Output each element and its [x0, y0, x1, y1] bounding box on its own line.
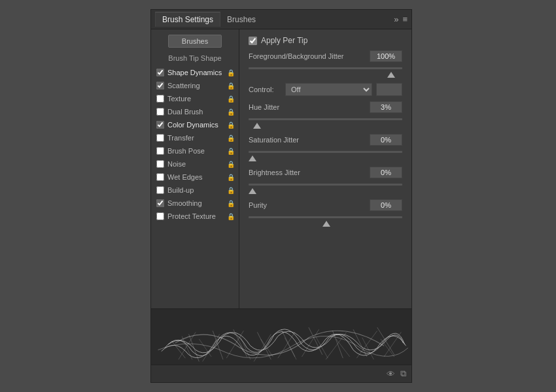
- sidebar-item-brush-pose[interactable]: Brush Pose 🔒: [151, 144, 239, 157]
- hue-slider-track: [249, 118, 402, 120]
- purity-input[interactable]: [370, 199, 402, 211]
- scattering-label: Scattering: [167, 82, 200, 90]
- expand-icon[interactable]: »: [394, 14, 398, 24]
- fg-jitter-label: Foreground/Background Jitter: [249, 52, 370, 60]
- sidebar-item-buildup[interactable]: Build-up 🔒: [151, 184, 239, 197]
- shape-dynamics-lock-icon: 🔒: [227, 69, 235, 76]
- panel-tab-bar: Brush Settings Brushes » ≡: [151, 10, 411, 29]
- panel-tab-actions: » ≡: [394, 14, 408, 24]
- purity-slider-wrapper: [249, 216, 402, 227]
- protect-texture-lock-icon: 🔒: [227, 213, 235, 220]
- fg-jitter-row: Foreground/Background Jitter: [249, 50, 402, 62]
- sidebar-item-protect-texture[interactable]: Protect Texture 🔒: [151, 210, 239, 223]
- sidebar-item-noise[interactable]: Noise 🔒: [151, 157, 239, 171]
- sat-jitter-label: Saturation Jitter: [249, 136, 370, 144]
- sidebar-item-wet-edges[interactable]: Wet Edges 🔒: [151, 171, 239, 184]
- brush-pose-label: Brush Pose: [167, 147, 205, 155]
- tab-brushes[interactable]: Brushes: [220, 12, 262, 27]
- fg-jitter-input[interactable]: [370, 50, 402, 62]
- smoothing-checkbox[interactable]: [156, 199, 164, 207]
- hue-slider-wrapper: [249, 118, 402, 129]
- color-dynamics-lock-icon: 🔒: [227, 122, 235, 129]
- hue-slider-thumb[interactable]: [253, 123, 261, 129]
- sidebar-item-color-dynamics[interactable]: Color Dynamics 🔒: [151, 118, 239, 131]
- scattering-checkbox[interactable]: [156, 82, 164, 90]
- fg-slider-wrapper: [249, 67, 402, 78]
- dual-brush-label: Dual Brush: [167, 108, 203, 116]
- dual-brush-checkbox[interactable]: [156, 108, 164, 116]
- texture-lock-icon: 🔒: [227, 95, 235, 103]
- dual-brush-lock-icon: 🔒: [227, 108, 235, 116]
- sat-slider-wrapper: [249, 151, 402, 161]
- sidebar-item-shape-dynamics[interactable]: Shape Dynamics 🔒: [151, 66, 239, 79]
- sidebar-item-transfer[interactable]: Transfer 🔒: [151, 131, 239, 144]
- bright-slider-track: [249, 184, 402, 186]
- buildup-lock-icon: 🔒: [227, 187, 235, 194]
- noise-label: Noise: [167, 160, 186, 168]
- wet-edges-lock-icon: 🔒: [227, 174, 235, 181]
- brush-preview-svg: [151, 309, 411, 373]
- control-select[interactable]: Off Fade Pen Pressure Pen Tilt Stylus Wh…: [285, 83, 372, 96]
- shape-dynamics-label: Shape Dynamics: [167, 69, 222, 76]
- noise-lock-icon: 🔒: [227, 161, 235, 168]
- brushes-button[interactable]: Brushes: [168, 35, 222, 48]
- transfer-lock-icon: 🔒: [227, 135, 235, 142]
- color-dynamics-checkbox[interactable]: [156, 121, 164, 129]
- preview-footer: 👁 ⧉: [150, 365, 412, 383]
- new-brush-icon[interactable]: ⧉: [400, 368, 406, 379]
- hue-jitter-row: Hue Jitter: [249, 101, 402, 113]
- bright-jitter-row: Brightness Jitter: [249, 167, 402, 178]
- sidebar-item-dual-brush[interactable]: Dual Brush 🔒: [151, 105, 239, 118]
- apply-per-tip-row: Apply Per Tip: [249, 36, 402, 45]
- purity-slider-thumb[interactable]: [322, 221, 330, 227]
- purity-row: Purity: [249, 199, 402, 211]
- sidebar-section-title: Brush Tip Shape: [151, 54, 239, 62]
- color-dynamics-label: Color Dynamics: [167, 121, 218, 129]
- sat-jitter-input[interactable]: [370, 134, 402, 146]
- bright-slider-wrapper: [249, 184, 402, 194]
- tab-brush-settings[interactable]: Brush Settings: [155, 12, 220, 27]
- smoothing-label: Smoothing: [167, 199, 202, 207]
- control-label: Control:: [249, 86, 281, 93]
- brush-preview-area: [150, 308, 412, 374]
- texture-label: Texture: [167, 95, 191, 103]
- hue-jitter-input[interactable]: [370, 101, 402, 113]
- menu-icon[interactable]: ≡: [402, 14, 408, 24]
- bright-jitter-label: Brightness Jitter: [249, 169, 370, 176]
- control-row: Control: Off Fade Pen Pressure Pen Tilt …: [249, 83, 402, 96]
- sidebar-item-scattering[interactable]: Scattering 🔒: [151, 79, 239, 92]
- apply-per-tip-label: Apply Per Tip: [261, 36, 307, 45]
- smoothing-lock-icon: 🔒: [227, 200, 235, 207]
- sat-jitter-row: Saturation Jitter: [249, 134, 402, 146]
- control-value-box: [376, 83, 402, 96]
- wet-edges-checkbox[interactable]: [156, 173, 164, 181]
- protect-texture-label: Protect Texture: [167, 212, 216, 220]
- wet-edges-label: Wet Edges: [167, 173, 203, 181]
- scattering-lock-icon: 🔒: [227, 82, 235, 90]
- sat-slider-thumb[interactable]: [249, 155, 256, 161]
- fg-slider-thumb[interactable]: [387, 72, 395, 78]
- bright-slider-thumb[interactable]: [249, 188, 256, 194]
- purity-label: Purity: [249, 201, 370, 209]
- buildup-checkbox[interactable]: [156, 186, 164, 194]
- purity-slider-track: [249, 216, 402, 218]
- transfer-label: Transfer: [167, 134, 194, 142]
- noise-checkbox[interactable]: [156, 160, 164, 168]
- brush-pose-lock-icon: 🔒: [227, 148, 235, 155]
- apply-per-tip-checkbox[interactable]: [249, 37, 257, 45]
- transfer-checkbox[interactable]: [156, 134, 164, 142]
- texture-checkbox[interactable]: [156, 95, 164, 103]
- visibility-icon[interactable]: 👁: [387, 369, 395, 379]
- sat-slider-track: [249, 151, 402, 153]
- sidebar-item-smoothing[interactable]: Smoothing 🔒: [151, 197, 239, 210]
- fg-slider-track: [249, 67, 402, 69]
- bright-jitter-input[interactable]: [370, 167, 402, 178]
- buildup-label: Build-up: [167, 186, 194, 194]
- brush-pose-checkbox[interactable]: [156, 147, 164, 155]
- hue-jitter-label: Hue Jitter: [249, 103, 370, 111]
- sidebar-item-texture[interactable]: Texture 🔒: [151, 92, 239, 105]
- protect-texture-checkbox[interactable]: [156, 212, 164, 220]
- shape-dynamics-checkbox[interactable]: [156, 69, 164, 76]
